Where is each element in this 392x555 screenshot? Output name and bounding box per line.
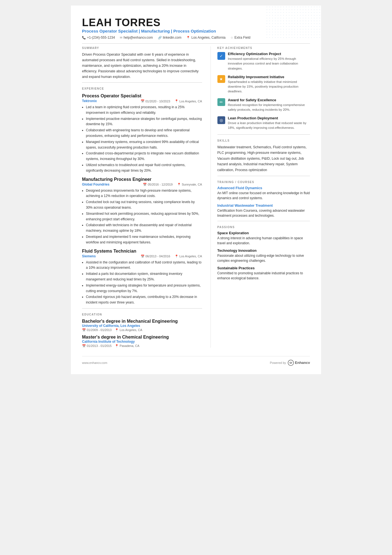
achievement-1-title: Efficiency Optimization Project [228,52,310,56]
bullet-item: Conducted rigorous job hazard analyses, … [86,294,202,305]
email-value: help@enhancv.com [123,36,153,40]
bullet-item: Collaborated with engineering teams to d… [86,128,202,139]
pin-icon: 📍 [115,344,119,348]
passion-3-title: Sustainable Practices [217,266,310,270]
resume-page: LEAH TORRES Process Operator Specialist … [71,6,321,374]
skills-text: Wastewater treatment, Schematics, Fluid … [217,144,310,173]
phone-contact: 📞 +1-(234)-555-1234 [82,36,115,40]
link-icon: 🔗 [158,36,162,40]
edu-1-date: 📅 01/2009 - 01/2013 [82,328,111,332]
edu-1-meta: 📅 01/2009 - 01/2013 📍 Los Angeles, CA [82,328,202,332]
pencil-icon: ✏ [220,100,223,104]
passion-3: Sustainable Practices Committed to promo… [217,266,310,281]
job-1: Process Operator Specialist Tektronix 📅 … [82,93,202,174]
education-label: EDUCATION [82,313,202,316]
bullet-item: Implemented energy-saving strategies for… [86,283,202,294]
achievement-2-icon: ★ [217,75,225,83]
svg-point-0 [288,360,294,366]
passion-3-desc: Committed to promoting sustainable indus… [217,271,310,281]
achievements-divider [217,134,310,135]
training-2-title: Industrial Wastewater Treatment [217,203,310,208]
extra-contact: ☆ Extra Field [230,36,250,40]
summary-label: SUMMARY [82,46,202,50]
achievement-1: ✓ Efficiency Optimization Project Increa… [217,52,310,71]
pin-icon: 📍 [175,255,178,258]
achievement-3-icon: ✏ [217,98,225,106]
job-1-company-row: Tektronix 📅 01/2020 - 10/2023 📍 Los Ange… [82,99,202,105]
achievement-4-title: Lean Production Deployment [228,116,310,120]
enhancv-logo: Enhancv [288,360,310,366]
achievement-4: ◎ Lean Production Deployment Drove a lea… [217,116,310,130]
passion-1-desc: A strong interest in advancing human cap… [217,236,310,246]
job-2-company-row: Global Foundries 📅 05/2016 - 12/2019 📍 S… [82,182,202,188]
achievement-1-desc: Increased operational efficiency by 25% … [228,56,310,71]
job-1-bullets: Led a team in optimizing fluid control p… [82,105,202,174]
bullet-item: Initiated a parts list documentation sys… [86,271,202,282]
training-divider [217,221,310,221]
edu-2-degree: Master's degree in Chemical Engineering [82,335,202,340]
job-2-bullets: Designed process improvements for high-p… [82,188,202,245]
decorative-dots [266,6,321,39]
summary-text: Driven Process Operator Specialist with … [82,52,202,80]
achievement-3: ✏ Award for Safety Excellence Received r… [217,98,310,112]
edu-1: Bachelor's degree in Mechanical Engineer… [82,319,202,332]
edu-2-meta: 📅 01/2013 - 01/2015 📍 Pasadena, CA [82,344,202,348]
calendar-icon: 📅 [143,183,147,186]
calendar-icon: 📅 [82,344,86,348]
location-contact: 📍 Los Angeles, California [186,36,225,40]
footer: www.enhancv.com Powered by Enhancv [82,356,310,366]
pin-icon: 📍 [115,328,119,332]
job-3-location: 📍 Los Angeles, CA [175,255,202,258]
circle-icon: ◎ [220,118,223,122]
job-2-company: Global Foundries [82,182,110,186]
bullet-item: Assisted in the configuration and calibr… [86,260,202,271]
edu-1-degree: Bachelor's degree in Mechanical Engineer… [82,319,202,324]
job-3-date: 📅 06/2013 - 04/2016 [141,255,170,258]
achievement-2-desc: Spearheaded a reliability initiative tha… [228,80,310,94]
extra-value: Extra Field [234,36,250,40]
achievement-3-title: Award for Safety Excellence [228,98,310,102]
summary-divider [82,82,202,83]
phone-icon: 📞 [82,36,86,40]
edu-2-location: 📍 Pasadena, CA [115,344,139,348]
website-contact: 🔗 linkedin.com [158,36,182,40]
bullet-item: Managed inventory systems, ensuring a co… [86,139,202,151]
job-2: Manufacturing Process Engineer Global Fo… [82,177,202,245]
email-icon: ✉ [120,36,122,40]
star-icon: ☆ [230,36,233,40]
website-value: linkedin.com [163,36,182,40]
calendar-icon: 📅 [82,328,86,332]
passion-1-title: Space Exploration [217,231,310,235]
passion-1: Space Exploration A strong interest in a… [217,231,310,246]
training-2: Industrial Wastewater Treatment Certific… [217,203,310,218]
bullet-item: Streamlined hot work permitting processe… [86,211,202,222]
achievement-4-desc: Drove a lean production initiative that … [228,121,310,130]
achievement-2-title: Reliability Improvement Initiative [228,75,310,79]
job-1-meta: 📅 01/2020 - 10/2023 📍 Los Angeles, CA [141,99,202,103]
pin-icon: 📍 [175,99,178,103]
job-2-date: 📅 05/2016 - 12/2019 [143,183,172,186]
job-1-company: Tektronix [82,99,97,103]
training-2-desc: Certification from Coursera, covering ad… [217,208,310,218]
achievement-4-icon: ◎ [217,116,225,124]
checkmark-icon: ✓ [220,54,223,58]
job-2-title: Manufacturing Process Engineer [82,177,202,182]
footer-website: www.enhancv.com [82,361,107,364]
skills-divider [217,176,310,176]
job-3-bullets: Assisted in the configuration and calibr… [82,260,202,305]
bullet-item: Implemented proactive maintenance strate… [86,116,202,127]
achievement-1-icon: ✓ [217,52,225,60]
footer-brand: Powered by Enhancv [270,360,310,366]
training-1-title: Advanced Fluid Dynamics [217,186,310,190]
achievement-3-content: Award for Safety Excellence Received rec… [228,98,310,112]
job-3-company: Siemens [82,254,96,258]
bullet-item: Collaborated with technicians in the dis… [86,223,202,234]
calendar-icon: 📅 [141,99,145,103]
training-1: Advanced Fluid Dynamics An MIT online co… [217,186,310,201]
edu-2: Master's degree in Chemical Engineering … [82,335,202,348]
brand-name: Enhancv [295,361,310,365]
achievement-4-content: Lean Production Deployment Drove a lean … [228,116,310,130]
achievement-2-content: Reliability Improvement Initiative Spear… [228,75,310,94]
edu-2-school: California Institute of Technology [82,340,202,344]
job-3-title: Fluid Systems Technician [82,249,202,254]
